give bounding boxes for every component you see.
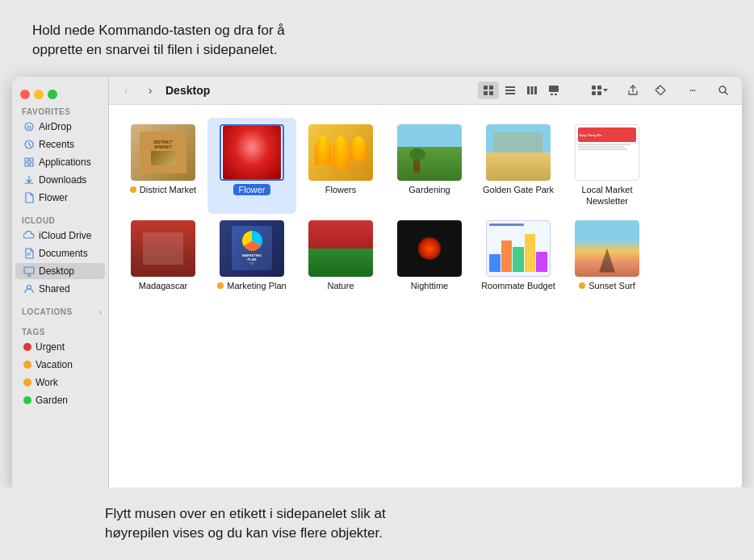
file-tag-dot [217,282,224,289]
search-button[interactable] [713,81,734,99]
more-button[interactable]: ··· [677,81,706,99]
sidebar-item-label: AirDrop [39,121,72,132]
tooltip-top: Hold nede Kommando-tasten og dra for å o… [0,0,754,81]
file-name-row: Nighttime [411,280,448,291]
file-item-golden-gate[interactable]: Golden Gate Park [474,118,563,214]
file-item-nature[interactable]: Nature [296,214,385,298]
file-item-nighttime[interactable]: Nighttime [385,214,474,298]
breadcrumb-title: Desktop [165,84,210,97]
file-item-sunset[interactable]: Sunset Surf [563,214,651,298]
desktop-icon [23,265,35,277]
forward-button[interactable]: › [141,81,159,99]
svg-point-1 [28,128,30,130]
svg-rect-3 [24,267,34,274]
group-by-button[interactable] [584,81,616,99]
sidebar-item-label: iCloud Drive [39,230,91,241]
file-grid: DISTRICTMARKETDistrict MarketFlowerFlowe… [109,105,742,491]
locations-row[interactable]: Locations › [12,303,108,318]
file-name-row: Madagascar [139,280,188,291]
sidebar-item-applications[interactable]: Applications [15,154,105,170]
file-name-label: Local Market Newsletter [568,184,646,207]
sidebar-item-label: Desktop [39,265,74,277]
svg-rect-13 [531,86,534,94]
tag-dot-urgent [23,343,31,351]
file-tag-dot [579,282,585,289]
favorites-section-label: Favorites [12,102,108,118]
file-item-flower[interactable]: Flower [207,118,296,214]
sidebar-item-downloads[interactable]: Downloads [15,172,105,188]
tooltip-top-text: Hold nede Kommando-tasten og dra for å o… [32,21,285,60]
main-content: ‹ › Desktop [109,77,742,491]
file-name-label: Marketing Plan [227,280,286,291]
sidebar-item-icloud-drive[interactable]: iCloud Drive [15,228,105,244]
file-item-local-market[interactable]: Easy Party PieLocal Market Newsletter [563,118,651,214]
locations-section-label: Locations [22,307,73,316]
file-name-row: Flowers [325,184,357,195]
share-button[interactable] [622,81,643,99]
sidebar-item-label: Vacation [36,359,73,370]
svg-rect-19 [597,86,601,90]
minimize-button[interactable] [34,90,44,99]
file-name-row: Local Market Newsletter [568,184,646,207]
svg-rect-5 [484,86,488,90]
close-button[interactable] [20,90,30,99]
svg-rect-17 [555,94,557,95]
view-buttons [478,81,564,99]
svg-rect-11 [505,93,515,94]
sidebar-item-documents[interactable]: Documents [15,245,105,261]
sidebar-item-desktop[interactable]: Desktop [15,263,105,279]
tag-button[interactable] [650,81,671,99]
sidebar-item-airdrop[interactable]: AirDrop [15,119,105,135]
sidebar-tag-urgent[interactable]: Urgent [15,339,105,355]
sidebar-item-flower[interactable]: Flower [15,190,105,206]
sidebar-item-label: Applications [39,157,91,168]
recents-icon [23,139,35,150]
file-item-gardening[interactable]: Gardening [385,118,474,214]
sidebar-tag-garden[interactable]: Garden [15,392,105,408]
svg-rect-10 [505,90,515,91]
view-gallery-button[interactable] [543,81,564,99]
sidebar-item-label: Work [36,377,58,388]
file-name-label: Nighttime [411,280,448,291]
sidebar-item-label: Downloads [39,174,86,186]
file-name-row: Gardening [408,184,450,195]
svg-rect-21 [597,91,601,95]
sidebar-item-recents[interactable]: Recents [15,136,105,153]
view-list-button[interactable] [500,81,521,99]
icloud-section-label: iCloud [12,211,108,227]
svg-rect-20 [592,91,596,95]
sidebar-tag-work[interactable]: Work [15,374,105,391]
file-item-marketing-plan[interactable]: MARKETINGPLANPDFMarketing Plan [207,214,296,298]
icloud-icon [23,230,35,241]
tag-dot-vacation [23,361,31,369]
sidebar-item-label: Shared [39,283,70,295]
airdrop-icon [23,121,35,132]
sidebar-tag-vacation[interactable]: Vacation [15,357,105,373]
file-item-district-market[interactable]: DISTRICTMARKETDistrict Market [119,118,207,214]
svg-rect-7 [484,91,488,95]
file-item-flowers[interactable]: Flowers [296,118,385,214]
sidebar-item-label: Flower [39,192,68,203]
file-name-row: District Market [130,184,196,195]
file-item-roommate[interactable]: Roommate Budget [474,214,563,298]
file-name-label: Sunset Surf [589,280,635,291]
tooltip-bottom: Flytt musen over en etikett i sidepanele… [0,487,754,560]
view-columns-button[interactable] [522,81,542,99]
file-item-madagascar[interactable]: Madagascar [119,214,207,298]
svg-rect-16 [551,94,553,95]
file-name-label: Nature [327,280,354,291]
finder-window: Favorites AirDrop Recents [12,77,742,491]
view-icons-button[interactable] [478,81,499,99]
svg-rect-14 [534,86,537,94]
back-button[interactable]: ‹ [117,81,135,99]
sidebar-item-label: Urgent [36,341,65,353]
toolbar: ‹ › Desktop [109,77,742,105]
sidebar-item-shared[interactable]: Shared [15,281,105,297]
svg-rect-15 [549,86,559,92]
tooltip-bottom-text: Flytt musen over en etikett i sidepanele… [105,504,386,543]
documents-icon [23,248,35,259]
maximize-button[interactable] [48,90,57,99]
file-name-label: Golden Gate Park [483,184,554,195]
file-name-row: Marketing Plan [217,280,286,291]
locations-chevron-icon: › [99,308,102,316]
